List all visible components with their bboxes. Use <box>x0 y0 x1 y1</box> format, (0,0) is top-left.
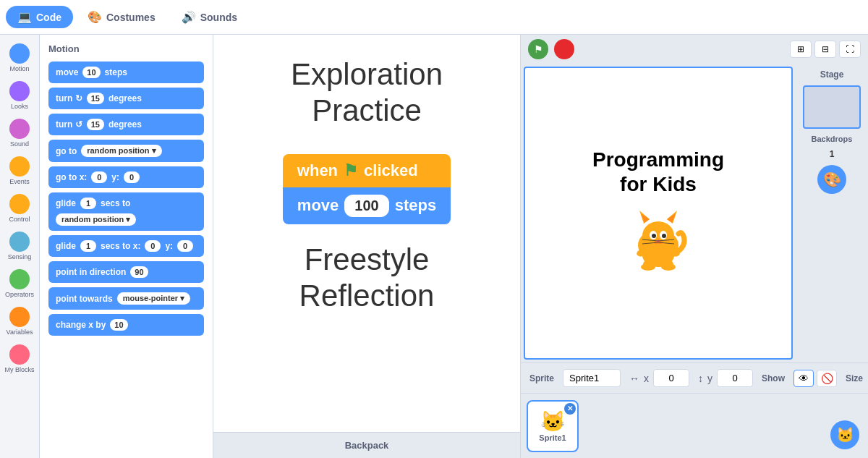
stage-panel-label: Stage <box>820 69 844 80</box>
block-change-x[interactable]: change x by 10 <box>48 314 204 336</box>
motion-label: Motion <box>9 65 29 72</box>
right-panel: ⚑ ⊞ ⊟ ⛶ Programming for Kids <box>521 35 868 458</box>
sounds-icon: 🔊 <box>182 10 196 24</box>
sidebar-item-control[interactable]: Control <box>0 191 39 226</box>
operators-label: Operators <box>5 291 34 298</box>
sidebar-item-sensing[interactable]: Sensing <box>0 229 39 263</box>
backpack-bar[interactable]: Backpack <box>213 432 520 458</box>
sprite-name-input[interactable] <box>563 369 621 387</box>
variables-dot <box>9 307 30 327</box>
sidebar-item-sound[interactable]: Sound <box>0 116 39 150</box>
sidebar-item-motion[interactable]: Motion <box>0 41 39 75</box>
my-blocks-label: My Blocks <box>4 366 34 373</box>
blocks-panel: Motion move 10 steps turn ↻ 15 degrees t… <box>40 35 213 458</box>
y-input[interactable] <box>717 369 753 387</box>
stop-button[interactable] <box>554 39 574 59</box>
x-label: x <box>644 373 649 384</box>
svg-point-21 <box>641 263 655 271</box>
sidebar-item-events[interactable]: Events <box>0 153 39 188</box>
stage-cat <box>592 203 724 279</box>
blocks-list: move 10 steps turn ↻ 15 degrees turn ↺ 1… <box>40 59 213 458</box>
y-label: y <box>707 373 712 384</box>
sprite-card-sprite1[interactable]: ✕ 🐱 Sprite1 <box>527 400 579 452</box>
tab-sounds[interactable]: 🔊 Sounds <box>170 6 249 28</box>
block-point-direction[interactable]: point in direction 90 <box>48 261 204 283</box>
sprite-card-label: Sprite1 <box>539 433 566 442</box>
control-label: Control <box>9 216 30 223</box>
add-backdrop-button[interactable]: 🎨 <box>817 165 846 194</box>
show-visible-button[interactable]: 👁 <box>793 370 814 387</box>
x-arrow-icon: ↔ <box>629 373 639 384</box>
stage-canvas: Programming for Kids <box>524 67 793 360</box>
sprite-card-image: 🐱 <box>540 410 566 433</box>
code-icon: 💻 <box>17 10 32 24</box>
looks-label: Looks <box>11 103 28 110</box>
sprite-info-bar: Sprite ↔ x ↕ y Show 👁 🚫 Size Direction <box>521 362 868 393</box>
scripts-area: Exploration Practice when ⚑ clicked move… <box>213 35 520 458</box>
variables-label: Variables <box>7 328 33 336</box>
add-sprite-button[interactable]: 🐱 <box>830 420 859 449</box>
block-turn-cw[interactable]: turn ↻ 15 degrees <box>48 88 204 109</box>
hat-block-clicked: clicked <box>364 161 418 180</box>
backdrops-count: 1 <box>830 149 835 159</box>
main-area: Motion Looks Sound Events Control Sensin… <box>0 35 868 458</box>
motion-block-steps: steps <box>395 196 436 215</box>
block-glide-xy[interactable]: glide 1 secs to x: 0 y: 0 <box>48 235 204 257</box>
flag-icon-visual: ⚑ <box>344 161 358 180</box>
motion-block-move: move <box>297 196 339 215</box>
stage-title: Programming for Kids <box>592 148 724 196</box>
sprite-card-delete[interactable]: ✕ <box>564 403 576 415</box>
sprite-tray: ✕ 🐱 Sprite1 🐱 <box>521 393 868 458</box>
tab-code[interactable]: 💻 Code <box>6 6 73 28</box>
content-title: Exploration Practice <box>291 56 443 130</box>
control-dot <box>9 194 30 214</box>
content-subtitle: Freestyle Reflection <box>299 242 435 315</box>
stage-layout-buttons: ⊞ ⊟ ⛶ <box>790 41 861 58</box>
block-glide-random[interactable]: glide 1 secs to random position ▾ <box>48 192 204 231</box>
sensing-label: Sensing <box>8 253 32 260</box>
hat-block: when ⚑ clicked <box>283 154 451 187</box>
stage-thumbnail[interactable] <box>803 85 861 129</box>
layout-medium-button[interactable]: ⊟ <box>814 41 836 58</box>
svg-point-9 <box>662 234 666 238</box>
block-goto-random[interactable]: go to random position ▾ <box>48 140 204 162</box>
motion-dot <box>9 43 30 64</box>
sidebar-item-variables[interactable]: Variables <box>0 304 39 339</box>
sound-label: Sound <box>10 140 29 148</box>
stage-content: Programming for Kids <box>592 148 724 279</box>
block-categories: Motion Looks Sound Events Control Sensin… <box>0 35 40 458</box>
block-turn-ccw[interactable]: turn ↺ 15 degrees <box>48 114 204 135</box>
size-label: Size <box>846 373 863 383</box>
show-label: Show <box>762 373 785 383</box>
x-input[interactable] <box>653 369 689 387</box>
y-coord-group: ↕ y <box>698 369 753 387</box>
sensing-dot <box>9 232 30 252</box>
x-coord-group: ↔ x <box>629 369 689 387</box>
block-goto-xy[interactable]: go to x: 0 y: 0 <box>48 166 204 188</box>
sidebar-item-operators[interactable]: Operators <box>0 266 39 301</box>
my-blocks-dot <box>9 344 30 365</box>
code-block-visual: when ⚑ clicked move 100 steps <box>283 154 451 224</box>
events-dot <box>9 156 30 177</box>
hat-block-when: when <box>297 161 338 180</box>
tab-costumes[interactable]: 🎨 Costumes <box>76 6 167 28</box>
top-bar: 💻 Code 🎨 Costumes 🔊 Sounds <box>0 0 868 35</box>
sidebar-item-looks[interactable]: Looks <box>0 78 39 113</box>
stage-area: Programming for Kids <box>521 64 868 362</box>
content-scroll[interactable]: Exploration Practice when ⚑ clicked move… <box>213 35 520 432</box>
sound-dot <box>9 119 30 139</box>
layout-small-button[interactable]: ⊞ <box>790 41 812 58</box>
block-move[interactable]: move 10 steps <box>48 62 204 83</box>
backpack-label: Backpack <box>345 440 389 451</box>
show-buttons: 👁 🚫 <box>793 370 837 387</box>
tab-costumes-label: Costumes <box>106 12 156 23</box>
show-hidden-button[interactable]: 🚫 <box>817 370 837 387</box>
green-flag-button[interactable]: ⚑ <box>528 39 548 59</box>
stage-right-panel: Stage Backdrops 1 🎨 <box>796 64 868 362</box>
sidebar-item-my-blocks[interactable]: My Blocks <box>0 342 39 376</box>
events-label: Events <box>9 178 30 185</box>
block-point-towards[interactable]: point towards mouse-pointer ▾ <box>48 287 204 310</box>
cat-svg <box>622 203 694 276</box>
stage-top-bar: ⚑ ⊞ ⊟ ⛶ <box>521 35 868 64</box>
layout-fullscreen-button[interactable]: ⛶ <box>839 41 861 58</box>
